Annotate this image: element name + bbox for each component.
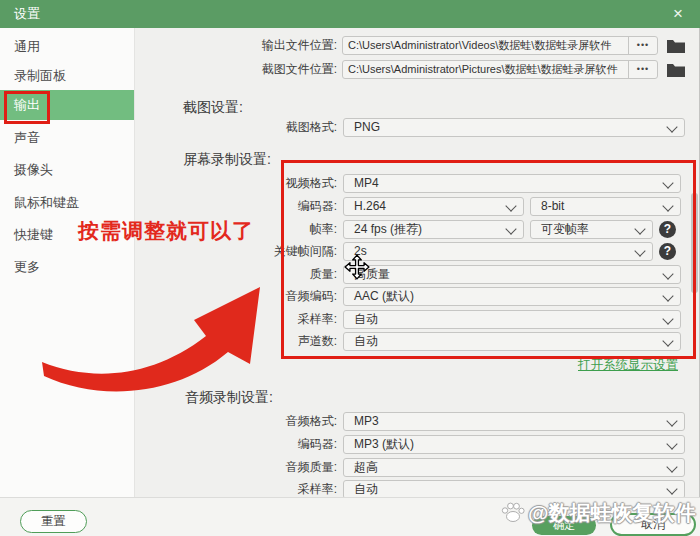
- sidebar-item-more[interactable]: 更多: [0, 252, 134, 282]
- settings-window: 设置 × 通用 录制面板 输出 声音 摄像头 鼠标和键盘 快捷键 更多 输出文件…: [0, 0, 700, 536]
- chevron-down-icon: [666, 121, 677, 132]
- framerate-select[interactable]: 24 fps (推荐): [343, 220, 524, 239]
- audio-sample-rate-value: 自动: [354, 481, 378, 498]
- browse-more-button[interactable]: •••: [628, 37, 657, 54]
- video-format-label: 视频格式:: [133, 176, 337, 191]
- quality-label: 质量:: [133, 267, 337, 282]
- channels-label: 声道数:: [133, 334, 337, 349]
- audio-quality-value: 超高: [354, 459, 378, 476]
- open-folder-icon[interactable]: [666, 38, 686, 54]
- browse-more-button[interactable]: •••: [628, 61, 657, 78]
- help-icon[interactable]: ?: [659, 243, 676, 260]
- audio-format-label: 音频格式:: [133, 414, 337, 429]
- chevron-down-icon: [505, 223, 516, 234]
- keyframe-interval-label: 关键帧间隔:: [133, 244, 337, 259]
- encoder-select[interactable]: H.264: [343, 197, 524, 216]
- chevron-down-icon: [634, 223, 645, 234]
- sidebar: 通用 录制面板 输出 声音 摄像头 鼠标和键盘 快捷键 更多: [0, 28, 135, 497]
- keyframe-interval-value: 2s: [354, 243, 367, 260]
- audio-codec-value: AAC (默认): [354, 288, 414, 305]
- screenshot-section-title: 截图设置:: [183, 99, 243, 117]
- sample-rate-label: 采样率:: [133, 312, 337, 327]
- bit-depth-value: 8-bit: [541, 198, 564, 215]
- chevron-down-icon: [666, 461, 677, 472]
- titlebar: 设置 ×: [0, 0, 700, 28]
- screenshot-format-select[interactable]: PNG: [343, 118, 685, 137]
- channels-value: 自动: [354, 333, 378, 350]
- recording-section-title: 屏幕录制设置:: [183, 151, 271, 169]
- sidebar-item-record-panel[interactable]: 录制面板: [0, 61, 134, 91]
- output-path-field[interactable]: C:\Users\Administrator\Videos\数据蛙\数据蛙录屏软…: [342, 36, 658, 55]
- screenshot-path-value: C:\Users\Administrator\Pictures\数据蛙\数据蛙录…: [343, 61, 628, 78]
- sidebar-item-output[interactable]: 输出: [0, 90, 134, 120]
- close-icon[interactable]: ×: [666, 3, 690, 25]
- annotation-text: 按需调整就可以了: [78, 217, 254, 245]
- encoder-value: H.264: [354, 198, 386, 215]
- help-icon[interactable]: ?: [659, 221, 676, 238]
- sidebar-item-mouse-keyboard[interactable]: 鼠标和键盘: [0, 188, 134, 218]
- sample-rate-value: 自动: [354, 311, 378, 328]
- chevron-down-icon: [662, 335, 673, 346]
- window-title: 设置: [14, 0, 40, 28]
- encoder-label: 编码器:: [133, 199, 337, 214]
- variable-framerate-value: 可变帧率: [541, 221, 589, 238]
- paw-icon: [500, 499, 526, 525]
- audio-quality-select[interactable]: 超高: [343, 458, 685, 477]
- audio-encoder-select[interactable]: MP3 (默认): [343, 435, 685, 454]
- audio-format-select[interactable]: MP3: [343, 412, 685, 431]
- audio-format-value: MP3: [354, 413, 379, 430]
- chevron-down-icon: [634, 245, 645, 256]
- screenshot-format-label: 截图格式:: [133, 120, 337, 135]
- channels-select[interactable]: 自动: [343, 332, 681, 351]
- screenshot-format-value: PNG: [354, 119, 380, 136]
- sidebar-item-general[interactable]: 通用: [0, 32, 134, 62]
- chevron-down-icon: [662, 313, 673, 324]
- quality-value: 高质量: [354, 266, 390, 283]
- scrollbar[interactable]: [691, 193, 698, 293]
- audio-codec-label: 音频编码:: [133, 289, 337, 304]
- sidebar-item-sound[interactable]: 声音: [0, 123, 134, 153]
- system-display-settings-link[interactable]: 打开系统显示设置: [553, 357, 678, 374]
- quality-select[interactable]: 高质量: [343, 265, 681, 284]
- audio-sample-rate-label: 采样率:: [133, 482, 337, 497]
- watermark-text: @数据蛙恢复软件: [528, 499, 695, 527]
- audio-quality-label: 音频质量:: [133, 460, 337, 475]
- audio-encoder-value: MP3 (默认): [354, 436, 414, 453]
- chevron-down-icon: [662, 200, 673, 211]
- keyframe-interval-select[interactable]: 2s: [343, 242, 653, 261]
- chevron-down-icon: [662, 290, 673, 301]
- sample-rate-select[interactable]: 自动: [343, 310, 681, 329]
- sidebar-item-camera[interactable]: 摄像头: [0, 155, 134, 185]
- variable-framerate-select[interactable]: 可变帧率: [530, 220, 653, 239]
- chevron-down-icon: [662, 268, 673, 279]
- framerate-value: 24 fps (推荐): [354, 221, 422, 238]
- video-format-select[interactable]: MP4: [343, 174, 681, 193]
- audio-encoder-label: 编码器:: [133, 437, 337, 452]
- screenshot-path-label: 截图文件位置:: [133, 62, 337, 77]
- screenshot-path-field[interactable]: C:\Users\Administrator\Pictures\数据蛙\数据蛙录…: [342, 60, 658, 79]
- chevron-down-icon: [666, 438, 677, 449]
- video-format-value: MP4: [354, 175, 379, 192]
- chevron-down-icon: [662, 177, 673, 188]
- audio-codec-select[interactable]: AAC (默认): [343, 287, 681, 306]
- output-path-label: 输出文件位置:: [133, 38, 337, 53]
- bit-depth-select[interactable]: 8-bit: [530, 197, 681, 216]
- reset-button[interactable]: 重置: [20, 510, 87, 533]
- audio-section-title: 音频录制设置:: [185, 389, 273, 407]
- output-path-value: C:\Users\Administrator\Videos\数据蛙\数据蛙录屏软…: [343, 37, 628, 54]
- chevron-down-icon: [505, 200, 516, 211]
- open-folder-icon[interactable]: [666, 62, 686, 78]
- chevron-down-icon: [666, 415, 677, 426]
- chevron-down-icon: [666, 483, 677, 494]
